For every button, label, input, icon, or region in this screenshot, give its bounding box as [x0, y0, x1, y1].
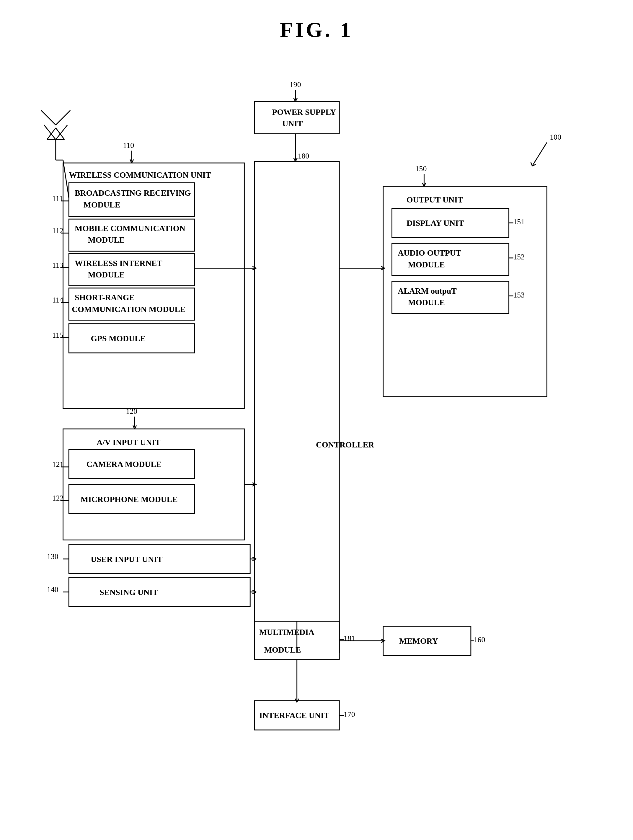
power-supply-label: POWER SUPPLY — [272, 107, 336, 117]
ref-170: 170 — [343, 710, 355, 719]
ref-114: 114 — [52, 296, 63, 304]
svg-line-4 — [44, 125, 56, 140]
audio-output-label2: MODULE — [408, 260, 445, 269]
multimedia-label2: MODULE — [264, 645, 301, 654]
ref-190: 190 — [290, 80, 301, 89]
page-title: FIG. 1 — [0, 18, 633, 42]
short-range-label2: COMMUNICATION MODULE — [72, 305, 185, 314]
ref-110: 110 — [123, 141, 134, 150]
ref-121: 121 — [52, 460, 64, 469]
sensing-unit-label: SENSING UNIT — [100, 587, 158, 597]
ref-140: 140 — [47, 585, 59, 594]
diagram-container: 100 190 POWER SUPPLY UNIT 180 CONTROLLER… — [18, 47, 615, 822]
ref-120: 120 — [126, 407, 137, 415]
ref-122: 122 — [52, 494, 64, 502]
power-supply-label2: UNIT — [282, 119, 303, 128]
ref-113: 113 — [52, 261, 63, 270]
svg-line-6 — [41, 111, 56, 125]
wireless-internet-label2: MODULE — [88, 270, 125, 279]
memory-label: MEMORY — [399, 636, 438, 646]
broadcasting-label: BROADCASTING RECEIVING — [75, 188, 191, 197]
ref-115: 115 — [52, 331, 63, 339]
ref-152: 152 — [513, 253, 525, 261]
interface-label: INTERFACE UNIT — [259, 711, 329, 720]
user-input-label: USER INPUT UNIT — [91, 554, 163, 564]
power-supply-box — [255, 101, 339, 134]
ref-100: 100 — [550, 133, 561, 141]
ref-180: 180 — [298, 152, 309, 160]
output-unit-label: OUTPUT UNIT — [407, 195, 463, 204]
mobile-comm-label: MOBILE COMMUNICATION — [75, 224, 185, 233]
ref-153: 153 — [513, 291, 525, 299]
multimedia-label: MULTIMEDIA — [259, 627, 315, 636]
svg-line-5 — [56, 125, 68, 140]
broadcasting-box — [69, 183, 195, 216]
ref-111: 111 — [52, 194, 63, 203]
gps-label: GPS MODULE — [91, 334, 146, 343]
svg-line-8 — [532, 142, 547, 166]
ref-150: 150 — [415, 164, 427, 173]
ref-130: 130 — [47, 552, 59, 561]
ref-112: 112 — [52, 226, 63, 235]
camera-label: CAMERA MODULE — [87, 459, 162, 469]
alarm-output-label2: MODULE — [408, 298, 445, 307]
display-label: DISPLAY UNIT — [407, 218, 464, 227]
ref-181: 181 — [343, 634, 355, 643]
controller-box — [255, 161, 339, 652]
audio-output-label: AUDIO OUTPUT — [398, 248, 461, 257]
sensing-unit-box — [69, 577, 250, 606]
mobile-comm-label2: MODULE — [88, 235, 125, 245]
short-range-label: SHORT-RANGE — [75, 293, 135, 302]
wireless-comm-label: WIRELESS COMMUNICATION UNIT — [69, 170, 211, 180]
wireless-internet-label: WIRELESS INTERNET — [75, 259, 162, 268]
ref-151: 151 — [513, 218, 525, 226]
ref-160: 160 — [474, 635, 485, 644]
broadcasting-label2: MODULE — [84, 200, 120, 209]
microphone-label: MICROPHONE MODULE — [81, 495, 178, 504]
controller-label: CONTROLLER — [316, 440, 374, 449]
av-input-label: A/V INPUT UNIT — [97, 438, 161, 447]
alarm-output-label: ALARM outpuT — [398, 286, 457, 295]
svg-line-7 — [56, 111, 71, 125]
